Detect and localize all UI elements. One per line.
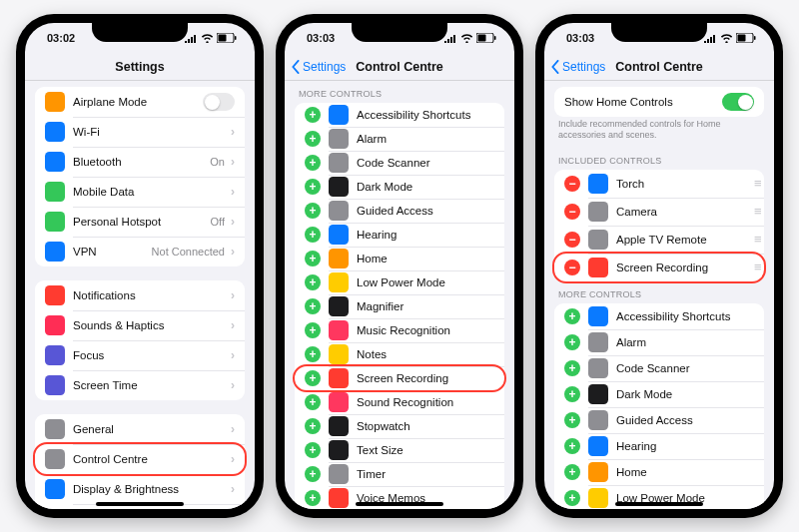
add-button[interactable]: +	[564, 308, 580, 324]
chevron-right-icon: ›	[231, 125, 235, 139]
add-button[interactable]: +	[305, 466, 321, 482]
control-row[interactable]: +Magnifier	[295, 294, 504, 318]
control-row[interactable]: +Screen Recording	[295, 366, 504, 390]
control-row[interactable]: +Guided Access	[295, 199, 504, 223]
control-row[interactable]: +Alarm	[295, 127, 504, 151]
add-button[interactable]: +	[305, 418, 321, 434]
control-row[interactable]: +Home	[295, 247, 504, 270]
row-label: Dark Mode	[357, 181, 494, 193]
battery-icon	[736, 33, 756, 43]
included-control-row[interactable]: −Torch≡	[554, 170, 764, 198]
row-label: Sound Recognition	[357, 396, 494, 408]
settings-row[interactable]: Display & Brightness›	[35, 474, 245, 504]
screen-time-icon	[45, 375, 65, 395]
settings-row[interactable]: Mobile Data›	[35, 177, 245, 207]
add-button[interactable]: +	[305, 298, 321, 314]
add-button[interactable]: +	[305, 394, 321, 410]
included-control-row[interactable]: −Camera≡	[554, 198, 764, 226]
included-control-row[interactable]: −Apple TV Remote≡	[554, 226, 764, 254]
row-label: Guided Access	[357, 205, 494, 217]
add-button[interactable]: +	[305, 251, 321, 266]
settings-row[interactable]: Control Centre›	[35, 444, 245, 474]
toggle-switch[interactable]	[203, 93, 235, 111]
settings-row[interactable]: Focus›	[35, 340, 245, 370]
add-button[interactable]: +	[305, 107, 321, 123]
add-button[interactable]: +	[305, 155, 321, 171]
row-label: Apple TV Remote	[616, 234, 754, 246]
control-row[interactable]: +Notes	[295, 342, 504, 366]
control-row[interactable]: +Accessibility Shortcuts	[554, 303, 764, 329]
included-control-row[interactable]: −Screen Recording≡	[554, 254, 764, 281]
settings-row[interactable]: Personal HotspotOff›	[35, 207, 245, 237]
remove-button[interactable]: −	[564, 204, 580, 220]
svg-rect-1	[219, 35, 227, 42]
status-time: 03:03	[307, 32, 335, 44]
add-button[interactable]: +	[564, 360, 580, 376]
back-button[interactable]: Settings	[550, 53, 605, 80]
settings-row[interactable]: General›	[35, 414, 245, 444]
add-button[interactable]: +	[564, 490, 580, 506]
control-row[interactable]: +Text Size	[295, 438, 504, 462]
add-button[interactable]: +	[305, 346, 321, 362]
add-button[interactable]: +	[305, 131, 321, 147]
control-row[interactable]: +Hearing	[554, 433, 764, 459]
low-power-mode-icon	[588, 488, 608, 508]
remove-button[interactable]: −	[564, 176, 580, 192]
add-button[interactable]: +	[564, 438, 580, 454]
svg-rect-8	[754, 36, 756, 40]
settings-row[interactable]: Sounds & Haptics›	[35, 310, 245, 340]
control-row[interactable]: +Dark Mode	[554, 381, 764, 407]
add-button[interactable]: +	[305, 203, 321, 219]
add-button[interactable]: +	[305, 370, 321, 386]
nav-header: Settings	[25, 53, 255, 81]
control-row[interactable]: +Alarm	[554, 329, 764, 355]
control-row[interactable]: +Code Scanner	[554, 355, 764, 381]
vpn-icon	[45, 242, 65, 262]
bluetooth-icon	[45, 152, 65, 172]
settings-row[interactable]: Screen Time›	[35, 370, 245, 400]
row-label: Accessibility Shortcuts	[616, 310, 754, 322]
wifi-icon	[460, 33, 473, 43]
toggle-switch[interactable]	[722, 93, 754, 111]
remove-button[interactable]: −	[564, 232, 580, 248]
add-button[interactable]: +	[305, 322, 321, 338]
control-row[interactable]: +Accessibility Shortcuts	[295, 103, 504, 127]
control-row[interactable]: +Low Power Mode	[295, 270, 504, 294]
settings-row[interactable]: VPNNot Connected›	[35, 237, 245, 266]
settings-row[interactable]: Notifications›	[35, 280, 245, 310]
add-button[interactable]: +	[305, 179, 321, 195]
control-row[interactable]: +Timer	[295, 462, 504, 486]
notes-icon	[329, 344, 349, 364]
voice-memos-icon	[329, 488, 349, 508]
section-header-more-controls: More Controls	[285, 81, 514, 103]
control-row[interactable]: +Code Scanner	[295, 151, 504, 175]
control-row[interactable]: +Stopwatch	[295, 414, 504, 438]
control-row[interactable]: +Guided Access	[554, 407, 764, 433]
row-label: VPN	[73, 246, 152, 258]
add-button[interactable]: +	[564, 464, 580, 480]
control-row[interactable]: +Sound Recognition	[295, 390, 504, 414]
row-label: Torch	[616, 178, 754, 190]
focus-icon	[45, 345, 65, 365]
control-row[interactable]: +Home	[554, 459, 764, 485]
add-button[interactable]: +	[305, 442, 321, 458]
add-button[interactable]: +	[564, 334, 580, 350]
settings-row[interactable]: Wi-Fi›	[35, 117, 245, 147]
remove-button[interactable]: −	[564, 260, 580, 275]
show-home-controls-row[interactable]: Show Home Controls	[554, 87, 764, 117]
add-button[interactable]: +	[305, 490, 321, 506]
row-label: General	[73, 423, 229, 435]
control-centre-icon	[45, 449, 65, 469]
control-row[interactable]: +Dark Mode	[295, 175, 504, 199]
control-row[interactable]: +Hearing	[295, 223, 504, 247]
add-button[interactable]: +	[305, 274, 321, 290]
back-button[interactable]: Settings	[291, 53, 346, 80]
add-button[interactable]: +	[564, 412, 580, 428]
settings-row[interactable]: Airplane Mode	[35, 87, 245, 117]
settings-row[interactable]: BluetoothOn›	[35, 147, 245, 177]
add-button[interactable]: +	[305, 227, 321, 243]
section-header-included: Included Controls	[544, 148, 774, 170]
add-button[interactable]: +	[564, 386, 580, 402]
control-row[interactable]: +Music Recognition	[295, 318, 504, 342]
row-label: Accessibility Shortcuts	[357, 109, 494, 121]
